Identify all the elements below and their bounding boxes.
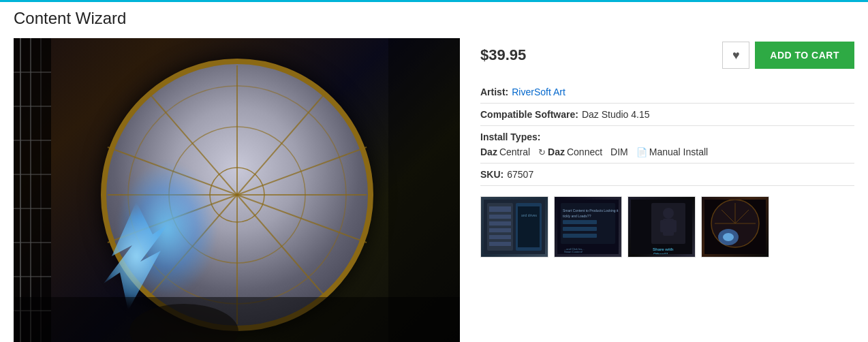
price-actions: ♥ ADD TO CART [722,42,854,69]
install-options: DazCentral ↻ Daz Connect DIM 📄 Manual In… [480,146,854,157]
image-placeholder [14,38,460,342]
heart-icon: ♥ [732,48,740,63]
install-label: Install Types: [480,131,854,142]
product-details: $39.95 ♥ ADD TO CART Artist: RiverSoft A… [480,38,854,258]
svg-rect-47 [563,234,597,238]
thumb4-svg [704,200,766,254]
page-title: Content Wizard [14,9,854,28]
svg-rect-37 [489,242,511,246]
thumb2-image: Smart Content to Products Locking it, ti… [555,197,621,257]
sku-label: SKU: [480,169,503,180]
dim-label: DIM [610,146,628,157]
install-manual[interactable]: 📄 Manual Install [636,146,708,157]
svg-rect-32 [489,206,511,212]
svg-rect-34 [489,221,511,226]
thumb4-image [702,197,769,257]
sku-row: SKU: 67507 [480,164,854,186]
main-content: $39.95 ♥ ADD TO CART Artist: RiverSoft A… [14,38,854,342]
svg-text:tickly and Loads??: tickly and Loads?? [563,214,591,218]
software-row: Compatible Software: Daz Studio 4.15 [480,104,854,126]
install-dim[interactable]: DIM [610,146,628,157]
svg-rect-35 [489,228,511,232]
svg-text:Smart Content!: Smart Content! [564,250,583,253]
svg-point-66 [723,233,734,241]
svg-text:Share with: Share with [653,247,674,251]
install-types-row: Install Types: DazCentral ↻ Daz Connect … [480,126,854,164]
artist-label: Artist: [480,87,508,97]
manual-icon: 📄 [636,147,647,157]
svg-rect-29 [388,38,460,342]
wishlist-button[interactable]: ♥ [722,42,749,69]
product-price: $39.95 [480,46,526,64]
thumbnail-1[interactable]: and drives [480,196,548,258]
page-container: Content Wizard [0,2,868,342]
artist-row: Artist: RiverSoft Art [480,81,854,104]
manual-label: Manual Install [649,146,708,157]
svg-rect-33 [489,215,511,219]
svg-text:and drives: and drives [521,213,538,217]
install-dazcentral[interactable]: DazCentral [480,146,530,157]
svg-rect-55 [671,220,677,232]
svg-rect-36 [489,235,511,239]
thumb3-svg: Share with Others!!! [631,200,692,254]
svg-rect-46 [563,227,597,231]
thumbnail-4[interactable] [701,196,769,258]
thumb1-svg: and drives [484,200,545,254]
thumbnail-3[interactable]: Share with Others!!! [627,196,696,258]
price-row: $39.95 ♥ ADD TO CART [480,42,854,69]
thumb1-image: and drives [481,197,548,257]
add-to-cart-button[interactable]: ADD TO CART [755,42,854,69]
thumb2-svg: Smart Content to Products Locking it, ti… [557,200,619,254]
svg-rect-45 [563,220,597,224]
connect-icon: ↻ [538,147,546,157]
thumb3-image: Share with Others!!! [628,197,695,257]
product-main-image [14,38,460,342]
svg-text:Others!!!: Others!!! [653,252,668,254]
sku-value: 67507 [507,169,533,180]
daz-bold: Daz [480,146,497,157]
thumbnails-row: and drives Smart Content to Products Loc… [480,196,854,258]
daz-central-text: Central [499,146,530,157]
software-value: Daz Studio 4.15 [582,109,650,120]
svg-rect-15 [14,38,51,342]
artist-link[interactable]: RiverSoft Art [512,87,565,97]
thumbnail-2[interactable]: Smart Content to Products Locking it, ti… [554,196,622,258]
daz-connect-text: Connect [567,146,602,157]
svg-text:Smart Content to Products Lock: Smart Content to Products Locking it, [563,208,619,213]
svg-rect-54 [660,220,666,232]
svg-rect-39 [518,206,540,247]
software-label: Compatible Software: [480,109,578,120]
svg-point-52 [663,208,674,219]
daz-bold2: Daz [548,146,565,157]
install-dazconnect[interactable]: ↻ Daz Connect [538,146,602,157]
